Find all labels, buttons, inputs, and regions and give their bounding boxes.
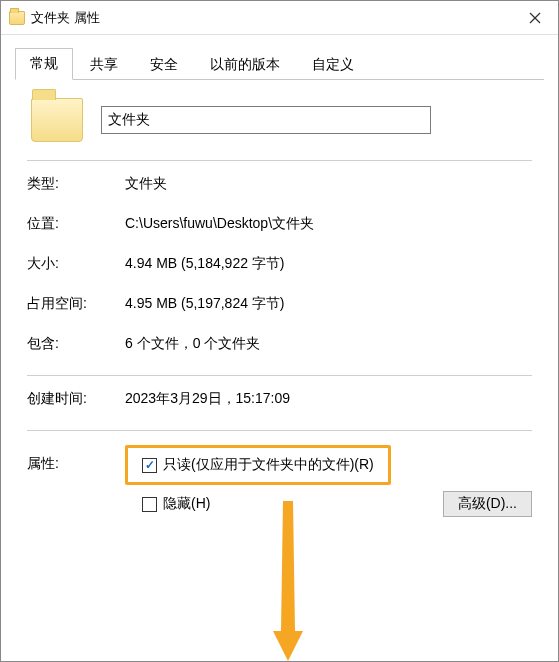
value-size: 4.94 MB (5,184,922 字节)	[125, 255, 532, 273]
folder-name-input[interactable]	[101, 106, 431, 134]
folder-icon-large	[31, 98, 83, 142]
row-type: 类型: 文件夹	[27, 175, 532, 193]
row-location: 位置: C:\Users\fuwu\Desktop\文件夹	[27, 215, 532, 233]
close-icon	[529, 12, 541, 24]
readonly-highlight: 只读(仅应用于文件夹中的文件)(R)	[125, 445, 391, 485]
label-attributes: 属性:	[27, 445, 125, 513]
tab-sharing[interactable]: 共享	[75, 49, 133, 80]
separator	[27, 375, 532, 376]
row-contains: 包含: 6 个文件，0 个文件夹	[27, 335, 532, 353]
label-type: 类型:	[27, 175, 125, 193]
hidden-label: 隐藏(H)	[163, 495, 210, 513]
close-button[interactable]	[512, 1, 558, 35]
advanced-button[interactable]: 高级(D)...	[443, 491, 532, 517]
arrow-annotation-icon	[273, 501, 303, 661]
client-area: 常规 共享 安全 以前的版本 自定义 类型: 文件夹 位置: C:\Users\…	[1, 35, 558, 513]
readonly-label: 只读(仅应用于文件夹中的文件)(R)	[163, 456, 374, 474]
attributes-body: 只读(仅应用于文件夹中的文件)(R) 隐藏(H) 高级(D)...	[125, 445, 532, 513]
label-size-on-disk: 占用空间:	[27, 295, 125, 313]
separator	[27, 160, 532, 161]
value-size-on-disk: 4.95 MB (5,197,824 字节)	[125, 295, 532, 313]
titlebar: 文件夹 属性	[1, 1, 558, 35]
label-contains: 包含:	[27, 335, 125, 353]
general-panel: 类型: 文件夹 位置: C:\Users\fuwu\Desktop\文件夹 大小…	[15, 80, 544, 513]
window-title: 文件夹 属性	[31, 9, 100, 27]
value-contains: 6 个文件，0 个文件夹	[125, 335, 532, 353]
tab-previous-versions[interactable]: 以前的版本	[195, 49, 295, 80]
svg-marker-2	[273, 501, 303, 661]
row-size: 大小: 4.94 MB (5,184,922 字节)	[27, 255, 532, 273]
label-size: 大小:	[27, 255, 125, 273]
hidden-checkbox[interactable]	[142, 497, 157, 512]
tab-customize[interactable]: 自定义	[297, 49, 369, 80]
tab-general[interactable]: 常规	[15, 48, 73, 80]
header-row	[27, 98, 532, 142]
value-created: 2023年3月29日，15:17:09	[125, 390, 532, 408]
separator	[27, 430, 532, 431]
row-created: 创建时间: 2023年3月29日，15:17:09	[27, 390, 532, 408]
tab-strip: 常规 共享 安全 以前的版本 自定义	[15, 47, 544, 80]
value-location: C:\Users\fuwu\Desktop\文件夹	[125, 215, 532, 233]
tab-security[interactable]: 安全	[135, 49, 193, 80]
row-size-on-disk: 占用空间: 4.95 MB (5,197,824 字节)	[27, 295, 532, 313]
folder-icon	[9, 11, 25, 25]
value-type: 文件夹	[125, 175, 532, 193]
label-location: 位置:	[27, 215, 125, 233]
readonly-checkbox[interactable]	[142, 458, 157, 473]
attributes-section: 属性: 只读(仅应用于文件夹中的文件)(R) 隐藏(H) 高级(D)...	[27, 445, 532, 513]
label-created: 创建时间:	[27, 390, 125, 408]
properties-dialog: 文件夹 属性 常规 共享 安全 以前的版本 自定义 类型: 文件夹 位置:	[0, 0, 559, 662]
